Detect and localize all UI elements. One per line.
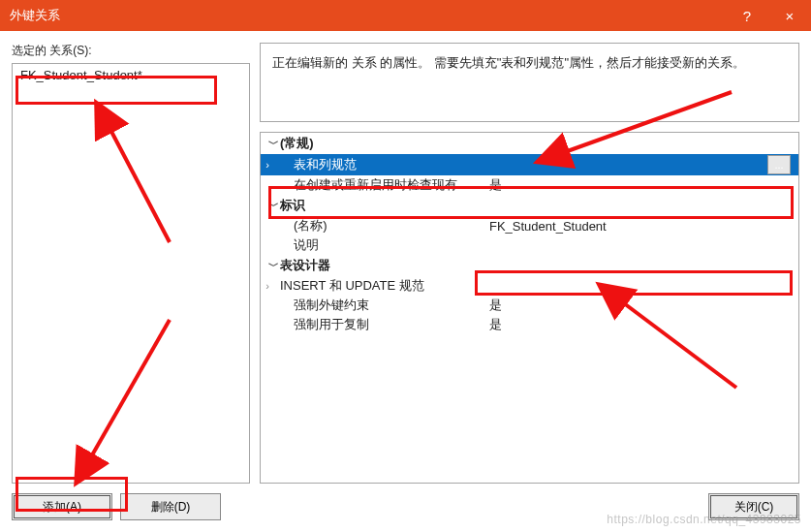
close-icon[interactable]: × xyxy=(768,0,811,31)
row-table-col-spec[interactable]: › 表和列规范 ... xyxy=(261,154,798,175)
key-desc: 说明 xyxy=(274,236,485,254)
section-general[interactable]: ﹀ (常规) xyxy=(261,133,798,154)
key-check-existing: 在创建或重新启用时检查现有 xyxy=(274,176,485,194)
row-check-existing[interactable]: 在创建或重新启用时检查现有 是 xyxy=(261,175,798,195)
property-grid[interactable]: ﹀ (常规) › 表和列规范 ... 在创建或重新启用时检查现有 是 ﹀ 标识 xyxy=(260,132,799,484)
left-panel: 选定的 关系(S): FK_Student_Student* 添加(A) 删除(… xyxy=(12,43,250,520)
val-name[interactable]: FK_Student_Student xyxy=(485,219,793,234)
chevron-right-icon: › xyxy=(261,280,274,292)
window-title: 外键关系 xyxy=(10,7,60,24)
section-ident-label: 标识 xyxy=(280,197,305,214)
relations-label: 选定的 关系(S): xyxy=(12,43,250,59)
section-general-label: (常规) xyxy=(280,135,314,152)
right-panel: 正在编辑新的 关系 的属性。 需要先填充"表和列规范"属性，然后才能接受新的关系… xyxy=(260,43,799,520)
key-table-col-spec: 表和列规范 xyxy=(274,156,485,173)
key-enforce-repl: 强制用于复制 xyxy=(274,316,485,333)
row-enforce-repl[interactable]: 强制用于复制 是 xyxy=(261,315,798,334)
row-enforce-fk[interactable]: 强制外键约束 是 xyxy=(261,296,798,315)
val-enforce-fk: 是 xyxy=(485,297,793,314)
delete-button[interactable]: 删除(D) xyxy=(120,493,221,520)
titlebar: 外键关系 ? × xyxy=(0,0,811,31)
add-button[interactable]: 添加(A) xyxy=(12,493,112,520)
relations-listbox[interactable]: FK_Student_Student* xyxy=(12,63,250,484)
dialog-content: 选定的 关系(S): FK_Student_Student* 添加(A) 删除(… xyxy=(0,31,811,532)
row-name[interactable]: (名称) FK_Student_Student xyxy=(261,216,798,235)
help-icon[interactable]: ? xyxy=(726,0,768,31)
val-check-existing: 是 xyxy=(485,176,793,194)
watermark: https://blog.csdn.net/qq_43983025 xyxy=(607,513,801,526)
chevron-down-icon: ﹀ xyxy=(266,259,280,273)
chevron-right-icon: › xyxy=(261,159,274,171)
key-name: (名称) xyxy=(274,217,485,235)
val-enforce-repl: 是 xyxy=(485,316,793,333)
section-designer-label: 表设计器 xyxy=(280,257,330,274)
chevron-down-icon: ﹀ xyxy=(266,137,280,151)
key-insert-update: INSERT 和 UPDATE 规范 xyxy=(274,277,485,295)
left-button-row: 添加(A) 删除(D) xyxy=(12,493,250,520)
description-box: 正在编辑新的 关系 的属性。 需要先填充"表和列规范"属性，然后才能接受新的关系… xyxy=(260,43,799,122)
chevron-down-icon: ﹀ xyxy=(266,199,280,213)
section-designer[interactable]: ﹀ 表设计器 xyxy=(261,255,798,276)
ellipsis-button[interactable]: ... xyxy=(767,155,791,174)
relation-item[interactable]: FK_Student_Student* xyxy=(13,64,249,86)
row-desc[interactable]: 说明 xyxy=(261,235,798,255)
section-ident[interactable]: ﹀ 标识 xyxy=(261,195,798,216)
key-enforce-fk: 强制外键约束 xyxy=(274,297,485,314)
row-insert-update[interactable]: › INSERT 和 UPDATE 规范 xyxy=(261,276,798,296)
